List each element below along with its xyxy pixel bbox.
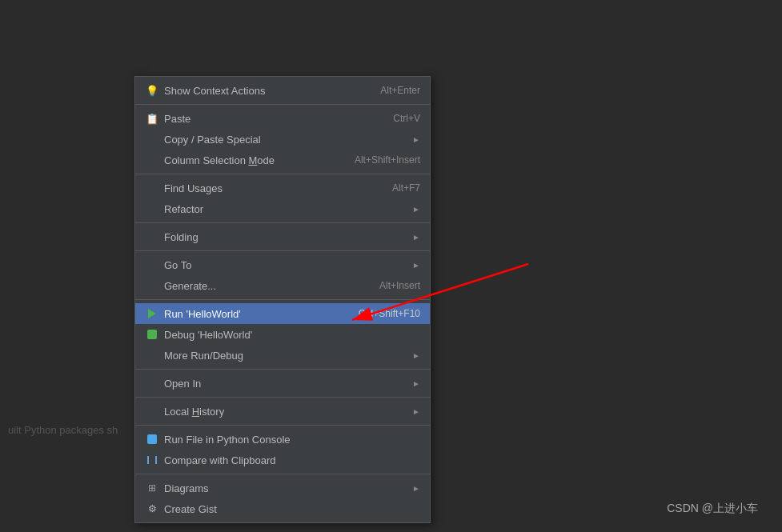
menu-item-compare-with-clipboard[interactable]: Compare with Clipboard — [135, 450, 430, 470]
menu-label-create-gist: Create Gist — [164, 503, 420, 515]
shortcut-generate: Alt+Insert — [379, 280, 420, 291]
create-gist-icon: ⚙ — [145, 502, 159, 516]
menu-item-run-helloworld[interactable]: Run 'HelloWorld' Ctrl+Shift+F10 — [135, 303, 430, 324]
menu-item-local-history[interactable]: Local History ► — [135, 401, 430, 422]
menu-item-go-to[interactable]: Go To ► — [135, 254, 430, 275]
menu-item-refactor[interactable]: Refactor ► — [135, 198, 430, 219]
menu-item-more-run-debug[interactable]: More Run/Debug ► — [135, 345, 430, 366]
more-run-debug-icon — [145, 348, 159, 362]
go-to-icon — [145, 258, 159, 272]
paste-icon: 📋 — [145, 111, 159, 126]
menu-label-more-run-debug: More Run/Debug — [164, 350, 406, 362]
local-history-icon — [145, 404, 159, 418]
separator-3 — [135, 222, 430, 223]
compare-clipboard-icon — [145, 453, 159, 467]
shortcut-find-usages: Alt+F7 — [392, 182, 420, 194]
shortcut-show-context-actions: Alt+Enter — [380, 85, 420, 96]
separator-7 — [135, 397, 430, 398]
menu-label-run-helloworld: Run 'HelloWorld' — [164, 308, 343, 320]
menu-label-paste: Paste — [164, 113, 377, 125]
menu-item-debug-helloworld[interactable]: Debug 'HelloWorld' — [135, 324, 430, 345]
submenu-arrow-local-history: ► — [412, 407, 420, 416]
menu-label-open-in: Open In — [164, 378, 406, 390]
bulb-icon: 💡 — [145, 83, 159, 98]
find-usages-icon — [145, 181, 159, 195]
submenu-arrow-open-in: ► — [412, 379, 420, 388]
menu-label-column-selection-mode: Column Selection Mode — [164, 154, 339, 166]
submenu-arrow-go-to: ► — [412, 261, 420, 270]
separator-9 — [135, 474, 430, 474]
separator-4 — [135, 250, 430, 251]
copy-paste-icon — [145, 132, 159, 146]
menu-label-compare-with-clipboard: Compare with Clipboard — [164, 454, 420, 466]
watermark: CSDN @上进小车 — [667, 502, 758, 516]
generate-icon — [145, 278, 159, 293]
python-console-icon — [145, 432, 159, 446]
menu-label-local-history: Local History — [164, 406, 406, 418]
background-text: uilt Python packages sh — [0, 424, 118, 436]
menu-item-copy-paste-special[interactable]: Copy / Paste Special ► — [135, 129, 430, 150]
submenu-arrow-folding: ► — [412, 233, 420, 242]
debug-icon — [145, 327, 159, 342]
menu-label-copy-paste-special: Copy / Paste Special — [164, 134, 406, 146]
menu-item-show-context-actions[interactable]: 💡 Show Context Actions Alt+Enter — [135, 80, 430, 101]
menu-label-generate: Generate... — [164, 280, 363, 292]
shortcut-paste: Ctrl+V — [393, 113, 420, 124]
menu-item-diagrams[interactable]: ⊞ Diagrams ► — [135, 478, 430, 498]
menu-label-diagrams: Diagrams — [164, 482, 406, 494]
submenu-arrow-diagrams: ► — [412, 484, 420, 493]
folding-icon — [145, 230, 159, 244]
shortcut-column-selection: Alt+Shift+Insert — [355, 154, 420, 166]
open-in-icon — [145, 376, 159, 390]
menu-label-refactor: Refactor — [164, 203, 406, 215]
diagrams-icon: ⊞ — [145, 481, 159, 495]
submenu-arrow-more-run-debug: ► — [412, 351, 420, 360]
refactor-icon — [145, 202, 159, 216]
menu-label-debug-helloworld: Debug 'HelloWorld' — [164, 329, 420, 341]
submenu-arrow-refactor: ► — [412, 205, 420, 214]
menu-item-paste[interactable]: 📋 Paste Ctrl+V — [135, 108, 430, 129]
menu-item-run-file-python-console[interactable]: Run File in Python Console — [135, 429, 430, 450]
menu-label-find-usages: Find Usages — [164, 182, 376, 194]
menu-item-find-usages[interactable]: Find Usages Alt+F7 — [135, 178, 430, 198]
run-icon — [145, 306, 159, 321]
menu-item-open-in[interactable]: Open In ► — [135, 373, 430, 394]
separator-1 — [135, 104, 430, 105]
separator-6 — [135, 369, 430, 370]
menu-item-create-gist[interactable]: ⚙ Create Gist — [135, 498, 430, 519]
column-selection-icon — [145, 153, 159, 167]
separator-5 — [135, 299, 430, 300]
submenu-arrow-copy-paste: ► — [412, 135, 420, 144]
context-menu: 💡 Show Context Actions Alt+Enter 📋 Paste… — [134, 76, 431, 523]
shortcut-run-helloworld: Ctrl+Shift+F10 — [359, 308, 420, 319]
menu-item-folding[interactable]: Folding ► — [135, 226, 430, 247]
menu-item-column-selection-mode[interactable]: Column Selection Mode Alt+Shift+Insert — [135, 150, 430, 170]
menu-label-run-file-python-console: Run File in Python Console — [164, 434, 420, 446]
menu-label-show-context-actions: Show Context Actions — [164, 85, 364, 97]
menu-label-go-to: Go To — [164, 259, 406, 271]
menu-item-generate[interactable]: Generate... Alt+Insert — [135, 275, 430, 296]
menu-label-folding: Folding — [164, 231, 406, 243]
separator-8 — [135, 425, 430, 426]
separator-2 — [135, 174, 430, 174]
